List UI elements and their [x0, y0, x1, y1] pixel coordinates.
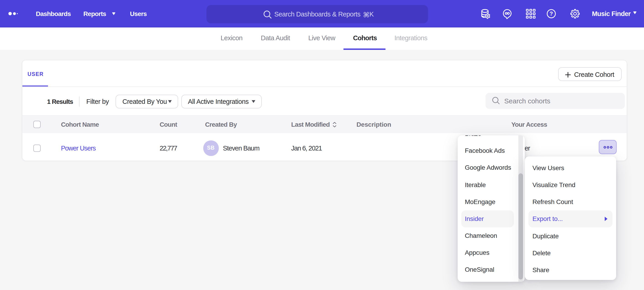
- svg-text:?: ?: [550, 11, 553, 17]
